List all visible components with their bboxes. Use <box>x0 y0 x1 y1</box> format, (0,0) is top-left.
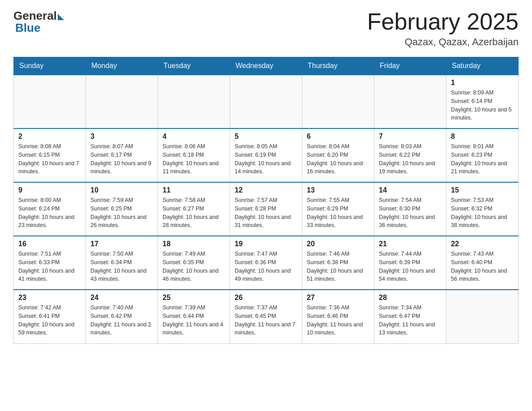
day-info: Sunrise: 8:01 AMSunset: 6:23 PMDaylight:… <box>451 142 514 176</box>
day-number: 20 <box>307 240 369 248</box>
weekday-header-friday: Friday <box>374 57 446 75</box>
calendar-cell: 5Sunrise: 8:05 AMSunset: 6:19 PMDaylight… <box>230 128 302 182</box>
day-info: Sunrise: 7:58 AMSunset: 6:27 PMDaylight:… <box>163 196 225 230</box>
day-info: Sunrise: 7:44 AMSunset: 6:39 PMDaylight:… <box>379 250 442 283</box>
day-info: Sunrise: 8:03 AMSunset: 6:22 PMDaylight:… <box>379 142 442 176</box>
day-number: 17 <box>90 240 153 248</box>
main-title: February 2025 <box>367 9 519 34</box>
day-info: Sunrise: 7:36 AMSunset: 6:46 PMDaylight:… <box>307 304 369 337</box>
calendar-cell: 25Sunrise: 7:39 AMSunset: 6:44 PMDayligh… <box>158 290 230 343</box>
calendar-cell <box>374 75 446 128</box>
day-info: Sunrise: 8:07 AMSunset: 6:17 PMDaylight:… <box>90 142 153 176</box>
day-info: Sunrise: 7:53 AMSunset: 6:32 PMDaylight:… <box>451 196 514 230</box>
calendar-cell: 12Sunrise: 7:57 AMSunset: 6:28 PMDayligh… <box>230 182 302 236</box>
day-number: 10 <box>90 186 153 194</box>
day-number: 6 <box>307 133 369 141</box>
calendar-cell: 24Sunrise: 7:40 AMSunset: 6:42 PMDayligh… <box>86 290 158 343</box>
calendar-table: SundayMondayTuesdayWednesdayThursdayFrid… <box>13 57 519 344</box>
day-number: 3 <box>90 133 153 141</box>
day-number: 11 <box>163 186 225 194</box>
day-number: 12 <box>235 186 297 194</box>
calendar-cell <box>14 75 86 128</box>
day-number: 22 <box>451 240 514 248</box>
calendar-cell: 26Sunrise: 7:37 AMSunset: 6:45 PMDayligh… <box>230 290 302 343</box>
day-info: Sunrise: 8:04 AMSunset: 6:20 PMDaylight:… <box>307 142 369 176</box>
day-number: 8 <box>451 133 514 141</box>
weekday-header-wednesday: Wednesday <box>230 57 302 75</box>
day-info: Sunrise: 8:00 AMSunset: 6:24 PMDaylight:… <box>18 196 81 230</box>
day-number: 19 <box>235 240 297 248</box>
calendar-week-1: 1Sunrise: 8:09 AMSunset: 6:14 PMDaylight… <box>14 75 519 128</box>
day-number: 4 <box>163 133 225 141</box>
calendar-cell <box>302 75 374 128</box>
day-number: 7 <box>379 133 442 141</box>
calendar-cell: 21Sunrise: 7:44 AMSunset: 6:39 PMDayligh… <box>374 236 446 290</box>
calendar-cell: 13Sunrise: 7:55 AMSunset: 6:29 PMDayligh… <box>302 182 374 236</box>
calendar-week-2: 2Sunrise: 8:08 AMSunset: 6:15 PMDaylight… <box>14 128 519 182</box>
day-info: Sunrise: 7:37 AMSunset: 6:45 PMDaylight:… <box>235 304 297 337</box>
day-number: 27 <box>307 294 369 302</box>
day-info: Sunrise: 7:49 AMSunset: 6:35 PMDaylight:… <box>163 250 225 283</box>
calendar-cell: 11Sunrise: 7:58 AMSunset: 6:27 PMDayligh… <box>158 182 230 236</box>
calendar-week-3: 9Sunrise: 8:00 AMSunset: 6:24 PMDaylight… <box>14 182 519 236</box>
day-info: Sunrise: 7:34 AMSunset: 6:47 PMDaylight:… <box>379 304 442 337</box>
calendar-cell: 3Sunrise: 8:07 AMSunset: 6:17 PMDaylight… <box>86 128 158 182</box>
day-number: 18 <box>163 240 225 248</box>
day-number: 25 <box>163 294 225 302</box>
day-number: 28 <box>379 294 442 302</box>
calendar-cell: 9Sunrise: 8:00 AMSunset: 6:24 PMDaylight… <box>14 182 86 236</box>
calendar-cell: 6Sunrise: 8:04 AMSunset: 6:20 PMDaylight… <box>302 128 374 182</box>
calendar-cell: 8Sunrise: 8:01 AMSunset: 6:23 PMDaylight… <box>446 128 519 182</box>
calendar-cell: 15Sunrise: 7:53 AMSunset: 6:32 PMDayligh… <box>446 182 519 236</box>
day-info: Sunrise: 7:40 AMSunset: 6:42 PMDaylight:… <box>90 304 153 337</box>
day-info: Sunrise: 8:09 AMSunset: 6:14 PMDaylight:… <box>451 89 514 122</box>
day-number: 14 <box>379 186 442 194</box>
weekday-header-row: SundayMondayTuesdayWednesdayThursdayFrid… <box>14 57 519 75</box>
day-number: 15 <box>451 186 514 194</box>
calendar-week-4: 16Sunrise: 7:51 AMSunset: 6:33 PMDayligh… <box>14 236 519 290</box>
day-number: 2 <box>18 133 81 141</box>
day-info: Sunrise: 7:43 AMSunset: 6:40 PMDaylight:… <box>451 250 514 283</box>
calendar-body: 1Sunrise: 8:09 AMSunset: 6:14 PMDaylight… <box>14 75 519 343</box>
calendar-cell: 23Sunrise: 7:42 AMSunset: 6:41 PMDayligh… <box>14 290 86 343</box>
day-info: Sunrise: 8:08 AMSunset: 6:15 PMDaylight:… <box>18 142 81 176</box>
page-header: General Blue February 2025 Qazax, Qazax,… <box>13 9 519 48</box>
calendar-cell <box>446 290 519 343</box>
weekday-header-monday: Monday <box>86 57 158 75</box>
day-info: Sunrise: 7:54 AMSunset: 6:30 PMDaylight:… <box>379 196 442 230</box>
day-info: Sunrise: 8:05 AMSunset: 6:19 PMDaylight:… <box>235 142 297 176</box>
calendar-cell <box>158 75 230 128</box>
calendar-cell: 16Sunrise: 7:51 AMSunset: 6:33 PMDayligh… <box>14 236 86 290</box>
calendar-cell: 7Sunrise: 8:03 AMSunset: 6:22 PMDaylight… <box>374 128 446 182</box>
day-info: Sunrise: 7:57 AMSunset: 6:28 PMDaylight:… <box>235 196 297 230</box>
calendar-cell: 22Sunrise: 7:43 AMSunset: 6:40 PMDayligh… <box>446 236 519 290</box>
day-number: 13 <box>307 186 369 194</box>
day-info: Sunrise: 7:51 AMSunset: 6:33 PMDaylight:… <box>18 250 81 283</box>
calendar-cell <box>230 75 302 128</box>
day-info: Sunrise: 7:50 AMSunset: 6:34 PMDaylight:… <box>90 250 153 283</box>
day-info: Sunrise: 8:06 AMSunset: 6:18 PMDaylight:… <box>163 142 225 176</box>
day-number: 1 <box>451 79 514 87</box>
calendar-cell: 17Sunrise: 7:50 AMSunset: 6:34 PMDayligh… <box>86 236 158 290</box>
logo: General Blue <box>13 9 64 35</box>
day-number: 26 <box>235 294 297 302</box>
calendar-cell <box>86 75 158 128</box>
weekday-header-tuesday: Tuesday <box>158 57 230 75</box>
title-section: February 2025 Qazax, Qazax, Azerbaijan <box>367 9 519 48</box>
day-number: 9 <box>18 186 81 194</box>
weekday-header-saturday: Saturday <box>446 57 519 75</box>
calendar-header: SundayMondayTuesdayWednesdayThursdayFrid… <box>14 57 519 75</box>
calendar-cell: 2Sunrise: 8:08 AMSunset: 6:15 PMDaylight… <box>14 128 86 182</box>
day-number: 24 <box>90 294 153 302</box>
day-number: 16 <box>18 240 81 248</box>
calendar-cell: 27Sunrise: 7:36 AMSunset: 6:46 PMDayligh… <box>302 290 374 343</box>
day-number: 5 <box>235 133 297 141</box>
day-number: 23 <box>18 294 81 302</box>
day-info: Sunrise: 7:42 AMSunset: 6:41 PMDaylight:… <box>18 304 81 337</box>
calendar-cell: 20Sunrise: 7:46 AMSunset: 6:38 PMDayligh… <box>302 236 374 290</box>
calendar-cell: 10Sunrise: 7:59 AMSunset: 6:25 PMDayligh… <box>86 182 158 236</box>
day-info: Sunrise: 7:55 AMSunset: 6:29 PMDaylight:… <box>307 196 369 230</box>
weekday-header-sunday: Sunday <box>14 57 86 75</box>
weekday-header-thursday: Thursday <box>302 57 374 75</box>
calendar-cell: 1Sunrise: 8:09 AMSunset: 6:14 PMDaylight… <box>446 75 519 128</box>
